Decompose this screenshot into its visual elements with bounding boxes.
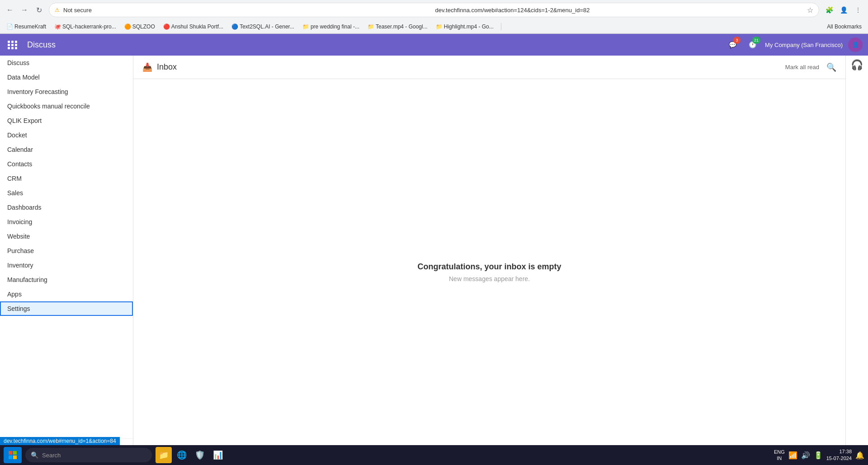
sidebar-item-settings[interactable]: Settings: [0, 301, 133, 316]
taskbar-app2[interactable]: 📊: [210, 447, 226, 463]
inbox-empty-title: Congratulations, your inbox is empty: [417, 262, 561, 272]
search-inbox-button[interactable]: 🔍: [826, 62, 836, 72]
address-text: dev.techfinna.com/web#action=124&cids=1-…: [435, 7, 804, 14]
sidebar-item-label: Invoicing: [7, 218, 32, 225]
notification-icon[interactable]: 🔔: [855, 451, 864, 460]
volume-icon: 🔊: [801, 451, 810, 460]
sidebar-item-calendar[interactable]: Calendar: [0, 142, 133, 157]
sidebar-item-manufacturing[interactable]: Manufacturing: [0, 272, 133, 287]
content-area: 📥 Inbox Mark all read 🔍 Congratulations,…: [133, 56, 845, 465]
sidebar-item-label: Docket: [7, 132, 27, 139]
sidebar-item-label: Inventory Forecasting: [7, 88, 68, 95]
security-label: Not secure: [63, 7, 432, 14]
bookmark-sql-hackerrank[interactable]: 🐙 SQL-hackerrank-pro...: [52, 23, 119, 31]
start-button[interactable]: [4, 447, 22, 463]
sidebar-item-label: Calendar: [7, 146, 33, 153]
bookmark-icon: 📁: [436, 23, 443, 30]
search-input[interactable]: [42, 452, 146, 459]
inbox-icon: 📥: [142, 62, 152, 72]
sidebar-item-inventory-forecasting[interactable]: Inventory Forecasting: [0, 85, 133, 99]
taskbar-search-bar[interactable]: 🔍: [25, 448, 152, 462]
bookmarks-bar: 📄 ResumeKraft 🐙 SQL-hackerrank-pro... 🟠 …: [0, 20, 868, 33]
sidebar-item-qlik[interactable]: QLIK Export: [0, 113, 133, 128]
taskbar-app1[interactable]: 🛡️: [192, 447, 208, 463]
bookmark-label: ResumeKraft: [14, 23, 46, 30]
taskbar-clock[interactable]: 17:38 15-07-2024: [826, 448, 852, 462]
sidebar-item-apps[interactable]: Apps: [0, 287, 133, 301]
sidebar-item-invoicing[interactable]: Invoicing: [0, 215, 133, 229]
sidebar-item-contacts[interactable]: Contacts: [0, 157, 133, 171]
inbox-empty-state: Congratulations, your inbox is empty New…: [133, 79, 845, 465]
reload-button[interactable]: ↻: [33, 4, 45, 16]
svg-rect-0: [9, 451, 12, 455]
right-panel: 🎧: [845, 56, 868, 465]
avatar[interactable]: 👤: [848, 38, 863, 52]
inbox-empty-subtitle: New messages appear here.: [449, 275, 530, 282]
mark-all-read-button[interactable]: Mark all read: [785, 64, 819, 70]
extensions-button[interactable]: 🧩: [823, 4, 835, 16]
app-container: Discuss 💬 3 🕐 21 My Company (San Francis…: [0, 34, 868, 465]
sidebar-item-purchase[interactable]: Purchase: [0, 244, 133, 258]
taskbar-chrome[interactable]: 🌐: [174, 447, 190, 463]
taskbar-date: 15-07-2024: [826, 455, 852, 462]
content-header: 📥 Inbox Mark all read 🔍: [133, 56, 845, 79]
menu-button[interactable]: ⋮: [852, 4, 864, 16]
taskbar-file-explorer[interactable]: 📁: [156, 447, 172, 463]
sidebar-item-label: Settings: [7, 305, 30, 312]
bookmark-highlight[interactable]: 📁 Highlight.mp4 - Go...: [433, 23, 496, 31]
bookmark-label: Teaser.mp4 - Googl...: [376, 23, 428, 30]
sidebar-item-discuss[interactable]: Discuss: [0, 56, 133, 70]
bookmark-pre-wedding[interactable]: 📁 pre wedding final -...: [300, 23, 362, 31]
sidebar-item-docket[interactable]: Docket: [0, 128, 133, 142]
bookmark-icon: 🐙: [54, 23, 61, 30]
address-bar[interactable]: ⚠ Not secure dev.techfinna.com/web#actio…: [49, 3, 819, 17]
bookmark-resumekraft[interactable]: 📄 ResumeKraft: [4, 23, 49, 31]
sidebar: Discuss Data Model Inventory Forecasting…: [0, 56, 133, 465]
bookmark-divider: [501, 23, 501, 30]
back-button[interactable]: ←: [4, 4, 16, 16]
sidebar-item-label: Inventory: [7, 262, 33, 269]
search-icon: 🔍: [31, 451, 38, 459]
bookmark-sqlzoo[interactable]: 🟠 SQLZOO: [122, 23, 158, 31]
support-icon[interactable]: 🎧: [851, 59, 863, 71]
app-grid-button[interactable]: [5, 38, 20, 52]
bookmark-label: Anshul Shukla Portf...: [171, 23, 223, 30]
sidebar-scroll[interactable]: Discuss Data Model Inventory Forecasting…: [0, 56, 133, 438]
sidebar-item-inventory[interactable]: Inventory: [0, 258, 133, 272]
bookmark-icon: 📄: [6, 23, 13, 30]
sidebar-item-data-model[interactable]: Data Model: [0, 70, 133, 85]
content-title-area: 📥 Inbox: [142, 62, 177, 72]
taskbar-time: 17:38: [839, 448, 852, 455]
svg-rect-1: [13, 451, 17, 455]
sidebar-item-crm[interactable]: CRM: [0, 171, 133, 186]
sidebar-item-label: Apps: [7, 291, 22, 298]
sidebar-item-dashboards[interactable]: Dashboards: [0, 200, 133, 215]
security-icon: ⚠: [55, 7, 60, 13]
app-title: Discuss: [27, 40, 56, 50]
sidebar-item-label: CRM: [7, 175, 22, 182]
sidebar-item-label: Dashboards: [7, 204, 42, 211]
bookmark-icon: 🔵: [231, 23, 238, 30]
bookmark-label: Text2SQL.AI - Gener...: [240, 23, 294, 30]
bookmark-teaser[interactable]: 📁 Teaser.mp4 - Googl...: [365, 23, 430, 31]
sidebar-item-label: Quickbooks manual reconcile: [7, 103, 90, 110]
activity-button[interactable]: 🕐 21: [745, 38, 760, 52]
messages-button[interactable]: 💬 3: [725, 38, 740, 52]
bookmark-text2sql[interactable]: 🔵 Text2SQL.AI - Gener...: [229, 23, 297, 31]
bookmark-label: SQLZOO: [132, 23, 155, 30]
all-bookmarks-button[interactable]: All Bookmarks: [824, 23, 864, 31]
inbox-title: Inbox: [157, 62, 177, 72]
sidebar-item-label: Data Model: [7, 74, 40, 81]
status-bar: dev.techfinna.com/web#menu_id=1&action=8…: [0, 437, 120, 445]
profile-button[interactable]: 👤: [837, 4, 850, 16]
nav-right: 💬 3 🕐 21 My Company (San Francisco) 👤: [725, 38, 863, 52]
sidebar-item-label: QLIK Export: [7, 117, 42, 124]
sidebar-item-quickbooks[interactable]: Quickbooks manual reconcile: [0, 99, 133, 113]
sidebar-item-website[interactable]: Website: [0, 229, 133, 244]
taskbar: 🔍 📁 🌐 🛡️ 📊 ENGIN 📶 🔊 🔋 17:38 15-07-2024 …: [0, 445, 868, 465]
bookmark-anshul[interactable]: 🔴 Anshul Shukla Portf...: [160, 23, 226, 31]
bookmark-star-icon[interactable]: ☆: [807, 6, 813, 14]
sidebar-item-sales[interactable]: Sales: [0, 186, 133, 200]
forward-button[interactable]: →: [18, 4, 31, 16]
svg-rect-3: [13, 456, 17, 459]
